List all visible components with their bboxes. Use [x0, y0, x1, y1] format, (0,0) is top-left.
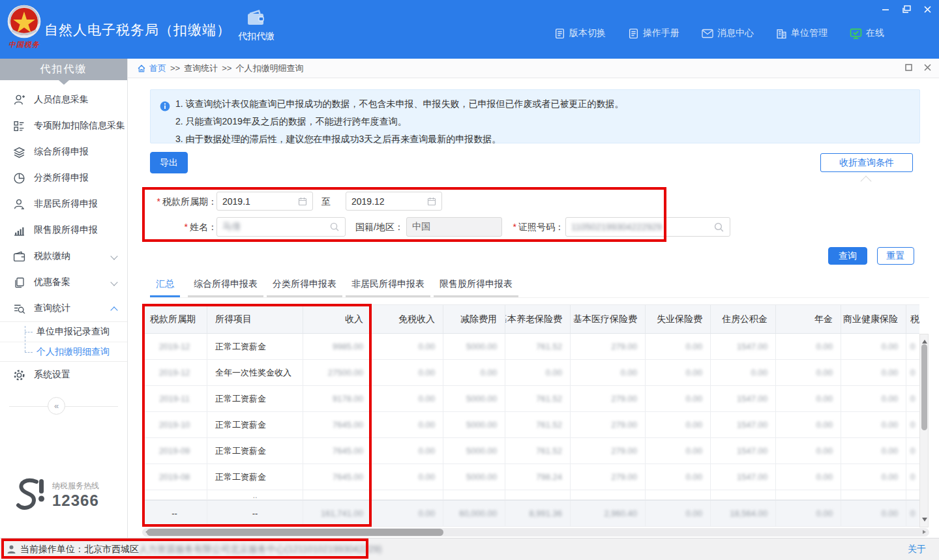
search-icon[interactable]: [329, 222, 340, 232]
search-list-icon: [13, 302, 25, 315]
tab-comprehensive[interactable]: 综合所得申报表: [188, 274, 263, 297]
cell-amount: 761.52: [505, 334, 571, 359]
cell-income-item: 全年一次性奖金收入: [207, 360, 303, 385]
close-window-button[interactable]: [922, 4, 932, 14]
search-icon[interactable]: [713, 222, 724, 233]
cell-amount: 0.00: [841, 334, 906, 359]
period-label: *税款所属期：: [147, 196, 217, 208]
tab-restricted[interactable]: 限售股所得申报表: [434, 274, 518, 297]
cell-amount: 0.00: [646, 464, 711, 490]
horizontal-scrollbar[interactable]: [142, 528, 929, 537]
sidebar-collapse-row: «: [0, 397, 127, 415]
panel-close-button[interactable]: [924, 63, 931, 73]
menu-message-center-label: 消息中心: [717, 27, 754, 39]
cell-amount: 0.00: [776, 412, 841, 437]
minimize-button[interactable]: [880, 4, 891, 14]
sidebar-item-system-settings[interactable]: 系统设置: [0, 362, 127, 388]
sidebar-menu: 人员信息采集专项附加扣除信息采集综合所得申报分类所得申报非居民所得申报限售股所得…: [0, 80, 127, 388]
sidebar-item-personnel-info[interactable]: 人员信息采集: [0, 87, 127, 113]
breadcrumb-home[interactable]: 首页: [137, 63, 166, 74]
period-to-input[interactable]: 2019.12: [346, 192, 442, 211]
tab-classified[interactable]: 分类所得申报表: [267, 274, 342, 297]
menu-online-status[interactable]: 在线: [850, 27, 884, 39]
cell-amount: 0: [906, 334, 919, 359]
cell-amount: 0: [906, 386, 919, 411]
restore-button[interactable]: [901, 4, 912, 14]
vertical-scrollbar[interactable]: [919, 334, 929, 527]
sidebar-item-special-deduction[interactable]: 专项附加扣除信息采集: [0, 113, 127, 139]
calendar-icon[interactable]: [427, 197, 436, 206]
result-table: 税款所属期所得项目收入免税收入减除费用基本养老保险费基本医疗保险费失业保险费住房…: [142, 304, 919, 527]
breadcrumb-separator: >>: [222, 63, 231, 73]
menu-message-center[interactable]: 消息中心: [702, 27, 754, 39]
menu-version-switch-label: 版本切换: [569, 27, 606, 39]
scroll-right-arrow-icon[interactable]: [923, 530, 928, 534]
menu-org-manage[interactable]: 单位管理: [776, 27, 827, 39]
export-button[interactable]: 导出: [150, 152, 188, 173]
sidebar-collapse-button[interactable]: «: [48, 397, 65, 415]
reset-button[interactable]: 重置: [877, 247, 914, 265]
sidebar-item-classified-income[interactable]: 分类所得申报: [0, 165, 127, 191]
sidebar-item-restricted-shares[interactable]: 限售股所得申报: [0, 217, 127, 243]
table-totals-row: -- --161,741.000.0060,000.008,991.362,96…: [142, 500, 919, 527]
home-icon: [137, 64, 146, 73]
cell-amount: 0.00: [646, 386, 711, 411]
panel-maximize-button[interactable]: [905, 63, 912, 73]
cell-amount: 1547.00: [711, 438, 776, 464]
window-controls: [880, 4, 932, 14]
current-unit-label: 当前操作单位：: [20, 544, 84, 555]
menu-manual[interactable]: 操作手册: [628, 27, 679, 39]
sidebar-item-comprehensive-income[interactable]: 综合所得申报: [0, 139, 127, 165]
cell-amount: 1547.00: [711, 334, 776, 359]
sidebar-subitem-personal-withholding-detail-query[interactable]: 个人扣缴明细查询: [0, 342, 127, 361]
pie-icon: [13, 172, 25, 184]
sidebar-item-preference-filing[interactable]: 优惠备案: [0, 269, 127, 295]
sidebar-item-tax-payment[interactable]: 税款缴纳: [0, 243, 127, 269]
tab-nonresident[interactable]: 非居民所得申报表: [346, 274, 430, 297]
cell-amount: 0.00: [776, 360, 841, 385]
collapse-filter-button[interactable]: 收折查询条件: [820, 153, 913, 172]
cell-amount: 0.00: [646, 334, 711, 359]
sidebar-item-query-statistics[interactable]: 查询统计: [0, 295, 127, 321]
horizontal-scroll-thumb[interactable]: [147, 529, 443, 536]
totals-amount: 161,741.00: [303, 501, 372, 526]
totals-amount: 2,960.40: [571, 501, 646, 526]
cell-amount: 7645.00: [303, 412, 372, 437]
table-row: 2019-12 全年一次性奖金收入27500.000.000.000.000.0…: [142, 360, 919, 386]
list-detail-icon: [13, 120, 25, 132]
nationality-input: 中国: [406, 217, 502, 237]
nav-tab-withholding[interactable]: 代扣代缴: [227, 9, 286, 52]
menu-version-switch[interactable]: 版本切换: [554, 27, 606, 39]
layers-icon: [13, 146, 25, 158]
cell-income-item: 正常工资薪金: [207, 386, 303, 411]
tab-summary[interactable]: 汇总: [150, 274, 180, 297]
scroll-up-arrow-icon[interactable]: [922, 337, 927, 344]
cell-amount: 1547.00: [711, 464, 776, 490]
cell-amount: 0.00: [372, 412, 443, 437]
about-link[interactable]: 关于: [908, 544, 926, 555]
table-row: 2019-09 正常工资薪金7645.000.005000.00761.5227…: [142, 438, 919, 464]
calendar-icon[interactable]: [298, 197, 307, 206]
vertical-scroll-thumb[interactable]: [921, 344, 927, 430]
totals-amount: 0.00: [646, 501, 711, 526]
info-icon: [160, 99, 170, 113]
query-button[interactable]: 查询: [828, 247, 867, 265]
sidebar-item-nonresident-income[interactable]: 非居民所得申报: [0, 191, 127, 217]
main-content: 1. 该查询统计表仅能查询已申报成功的数据，不包含未申报、申报失败，已申报但已作…: [128, 79, 939, 538]
user-icon: [7, 544, 16, 554]
scroll-down-arrow-icon[interactable]: [922, 518, 927, 524]
name-input[interactable]: 马倩: [216, 217, 346, 237]
breadcrumb-home-label: 首页: [149, 63, 166, 74]
cell-period: 2019-11: [142, 386, 207, 411]
name-label: *姓名：: [174, 222, 217, 233]
person-icon: [13, 198, 25, 211]
sidebar-subitem-unit-declare-record-query[interactable]: 单位申报记录查询: [0, 322, 127, 342]
cell-amount: 1547.00: [711, 412, 776, 437]
notice-box: 1. 该查询统计表仅能查询已申报成功的数据，不包含未申报、申报失败，已申报但已作…: [150, 89, 920, 143]
cell-amount: 27500.00: [303, 360, 372, 385]
cell-amount: 0.00: [776, 464, 841, 490]
period-from-input[interactable]: 2019.1: [216, 192, 313, 211]
cell-amount: 0.00: [841, 438, 906, 464]
tax-emblem-logo: 中国税务: [5, 4, 43, 56]
id-number-input[interactable]: 110502199304222929: [565, 217, 730, 237]
